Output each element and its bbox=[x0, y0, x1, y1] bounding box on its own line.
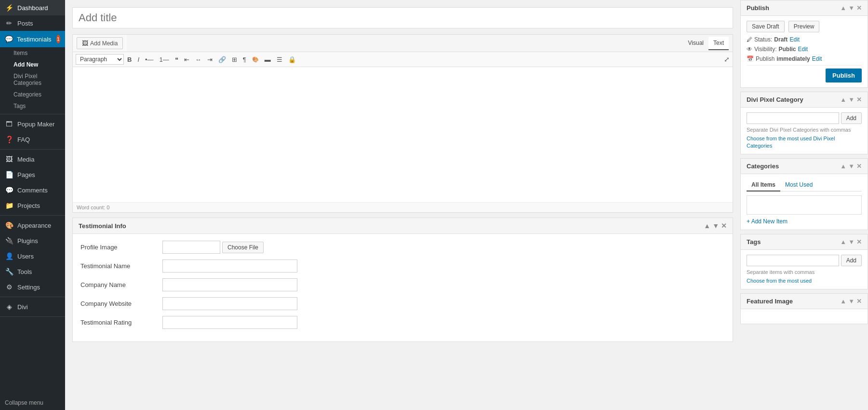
chevron-up-icon4[interactable]: ▲ bbox=[840, 238, 846, 246]
sidebar-item-comments[interactable]: 💬 Comments bbox=[0, 182, 65, 198]
expand-editor-button[interactable]: ⤢ bbox=[724, 55, 730, 63]
sidebar-sub-add-new[interactable]: Add New bbox=[0, 59, 65, 70]
testimonial-info-header[interactable]: Testimonial Info ▲ ▼ ✕ bbox=[73, 218, 733, 234]
featured-image-header[interactable]: Featured Image ▲ ▼ ✕ bbox=[741, 294, 868, 309]
chevron-up-icon3[interactable]: ▲ bbox=[840, 163, 846, 170]
chevron-up-icon5[interactable]: ▲ bbox=[840, 298, 846, 305]
align-right-button[interactable]: ⇥ bbox=[205, 55, 215, 65]
publish-timing-row: 📅 Publish immediately Edit bbox=[747, 55, 862, 62]
sidebar-item-plugins[interactable]: 🔌 Plugins bbox=[0, 233, 65, 248]
sidebar-item-divi[interactable]: ◈ Divi bbox=[0, 299, 65, 314]
testimonial-rating-input[interactable] bbox=[162, 316, 297, 329]
horizontal-line-button[interactable]: ▬ bbox=[262, 55, 273, 65]
add-new-item-link[interactable]: + Add New Item bbox=[747, 218, 788, 225]
paragraph-mark-button[interactable]: ¶ bbox=[240, 55, 249, 65]
close-widget-icon2[interactable]: ✕ bbox=[856, 96, 862, 103]
tags-widget-body: Add Separate items with commas Choose fr… bbox=[741, 250, 868, 289]
sidebar-item-posts[interactable]: ✏ Posts bbox=[0, 15, 65, 31]
ordered-list-button[interactable]: 1— bbox=[157, 55, 172, 65]
sidebar-item-faq[interactable]: ❓ FAQ bbox=[0, 132, 65, 147]
publish-button[interactable]: Publish bbox=[826, 68, 862, 82]
lock-button[interactable]: 🔒 bbox=[286, 55, 298, 65]
chevron-down-icon[interactable]: ▼ bbox=[848, 4, 855, 12]
chevron-down-icon3[interactable]: ▼ bbox=[848, 163, 855, 170]
color-button[interactable]: 🎨 bbox=[250, 55, 261, 64]
sidebar-sub-categories[interactable]: Categories bbox=[0, 89, 65, 100]
tags-choose-link[interactable]: Choose from the most used bbox=[747, 278, 812, 284]
popup-maker-icon: 🗔 bbox=[5, 120, 13, 128]
sidebar-sub-tags[interactable]: Tags bbox=[0, 100, 65, 112]
tab-most-used[interactable]: Most Used bbox=[780, 179, 817, 191]
chevron-down-icon4[interactable]: ▼ bbox=[848, 238, 855, 246]
publish-timing-edit-link[interactable]: Edit bbox=[812, 55, 822, 62]
editor-wrap: 🖼 Add Media Visual Text bbox=[72, 34, 733, 213]
collapse-down-icon[interactable]: ▼ bbox=[712, 222, 719, 230]
add-media-button[interactable]: 🖼 Add Media bbox=[77, 37, 123, 49]
divi-pixel-add-button[interactable]: Add bbox=[841, 112, 862, 124]
testimonials-badge: 1 bbox=[56, 35, 60, 43]
testimonial-name-input[interactable] bbox=[162, 260, 297, 273]
editor-body[interactable] bbox=[73, 67, 733, 202]
tags-input[interactable] bbox=[747, 255, 839, 266]
collapse-menu-button[interactable]: Collapse menu bbox=[0, 396, 65, 410]
categories-widget-header[interactable]: Categories ▲ ▼ ✕ bbox=[741, 159, 868, 174]
publish-widget-header[interactable]: Publish ▲ ▼ ✕ bbox=[741, 0, 868, 16]
sidebar-sub-all-items[interactable]: Items bbox=[0, 47, 65, 59]
close-widget-icon4[interactable]: ✕ bbox=[856, 238, 862, 246]
unordered-list-button[interactable]: •— bbox=[143, 55, 156, 65]
divi-pixel-category-header[interactable]: Divi Pixel Category ▲ ▼ ✕ bbox=[741, 92, 868, 108]
align-left-button[interactable]: ⇤ bbox=[182, 55, 192, 65]
align-center-button[interactable]: ↔ bbox=[193, 55, 204, 65]
bold-button[interactable]: B bbox=[125, 55, 134, 65]
sidebar-item-settings[interactable]: ⚙ Settings bbox=[0, 279, 65, 295]
close-box-icon[interactable]: ✕ bbox=[721, 222, 727, 230]
sidebar-item-tools[interactable]: 🔧 Tools bbox=[0, 264, 65, 279]
italic-button[interactable]: I bbox=[135, 55, 142, 65]
link-button[interactable]: 🔗 bbox=[216, 55, 228, 65]
sidebar-item-label: Tools bbox=[17, 268, 32, 275]
tab-visual[interactable]: Visual bbox=[683, 37, 708, 50]
profile-image-text-input[interactable] bbox=[162, 241, 220, 254]
sidebar-item-users[interactable]: 👤 Users bbox=[0, 248, 65, 264]
blockquote-button[interactable]: ❝ bbox=[173, 55, 181, 65]
chevron-up-icon2[interactable]: ▲ bbox=[840, 96, 846, 103]
save-draft-button[interactable]: Save Draft bbox=[747, 21, 785, 32]
chevron-down-icon2[interactable]: ▼ bbox=[848, 96, 855, 103]
close-widget-icon3[interactable]: ✕ bbox=[856, 163, 862, 170]
status-edit-link[interactable]: Edit bbox=[789, 36, 800, 43]
choose-file-button[interactable]: Choose File bbox=[222, 242, 264, 253]
sidebar-item-projects[interactable]: 📁 Projects bbox=[0, 198, 65, 213]
paragraph-format-select[interactable]: Paragraph Heading 1 Heading 2 Heading 3 … bbox=[76, 54, 124, 65]
sidebar-item-testimonials[interactable]: 💬 Testimonials 1 bbox=[0, 31, 65, 47]
company-website-input[interactable] bbox=[162, 297, 297, 310]
table-button[interactable]: ⊞ bbox=[229, 55, 240, 65]
testimonial-info-body: Profile Image Choose File Testimonial Na… bbox=[73, 234, 733, 342]
plugins-icon: 🔌 bbox=[5, 237, 13, 245]
close-widget-icon5[interactable]: ✕ bbox=[856, 298, 862, 305]
tags-widget-header[interactable]: Tags ▲ ▼ ✕ bbox=[741, 234, 868, 250]
close-widget-icon[interactable]: ✕ bbox=[856, 4, 862, 12]
custom1-button[interactable]: ☰ bbox=[274, 55, 285, 65]
tags-add-button[interactable]: Add bbox=[841, 255, 862, 266]
tab-text[interactable]: Text bbox=[708, 37, 729, 50]
chevron-down-icon5[interactable]: ▼ bbox=[848, 298, 855, 305]
status-row: 🖉 Status: Draft Edit bbox=[747, 36, 862, 43]
visibility-edit-link[interactable]: Edit bbox=[798, 46, 808, 53]
users-icon: 👤 bbox=[5, 252, 13, 260]
sidebar-item-label: Projects bbox=[17, 202, 40, 209]
sidebar-item-media[interactable]: 🖼 Media bbox=[0, 151, 65, 167]
divi-pixel-choose-link[interactable]: Choose from the most used Divi Pixel Cat… bbox=[747, 136, 835, 149]
sidebar-sub-divi-pixel-categories[interactable]: Divi Pixel Categories bbox=[0, 70, 65, 89]
chevron-up-icon[interactable]: ▲ bbox=[840, 4, 846, 12]
sidebar-item-label: Testimonials bbox=[17, 36, 52, 43]
sidebar-item-dashboard[interactable]: ⚡ Dashboard bbox=[0, 0, 65, 15]
divi-pixel-category-input[interactable] bbox=[747, 112, 839, 124]
collapse-up-icon[interactable]: ▲ bbox=[704, 222, 710, 230]
sidebar-item-appearance[interactable]: 🎨 Appearance bbox=[0, 218, 65, 233]
company-name-input[interactable] bbox=[162, 278, 297, 291]
preview-button[interactable]: Preview bbox=[788, 21, 820, 32]
tab-all-items[interactable]: All Items bbox=[747, 179, 780, 191]
sidebar-item-pages[interactable]: 📄 Pages bbox=[0, 167, 65, 182]
post-title-input[interactable] bbox=[72, 7, 733, 28]
sidebar-item-popup-maker[interactable]: 🗔 Popup Maker bbox=[0, 116, 65, 132]
